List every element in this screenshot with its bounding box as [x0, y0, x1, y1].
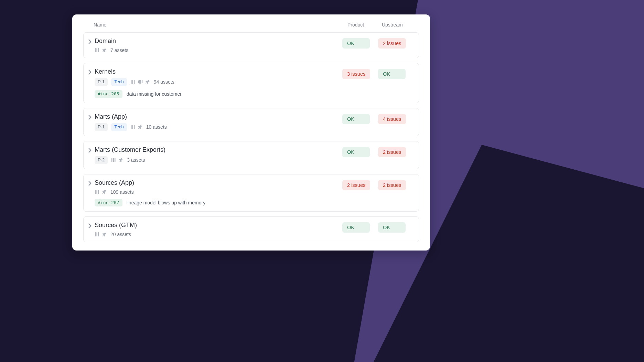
svg-rect-1 — [97, 48, 98, 52]
upstream-status-badge: 4 issues — [378, 114, 406, 124]
table-row[interactable]: Sources (App)109 assets#inc-207lineage m… — [83, 174, 419, 212]
table-row[interactable]: Marts (Customer Exports)P-23 assetsOK2 i… — [83, 141, 419, 169]
incident-line: #inc-205data missing for customer — [95, 90, 342, 98]
incident-description: data missing for customer — [127, 91, 182, 97]
product-status-cell: OK — [342, 113, 377, 124]
push-pin-icon — [102, 232, 107, 237]
svg-rect-5 — [134, 80, 135, 84]
chevron-right-icon[interactable] — [88, 222, 95, 228]
product-status-badge: OK — [342, 114, 370, 124]
columns-icon — [111, 158, 116, 162]
svg-rect-6 — [131, 125, 132, 129]
row-title: Sources (App) — [95, 179, 342, 187]
push-pin-icon — [102, 189, 107, 194]
assets-count: 10 assets — [146, 124, 167, 130]
upstream-status-badge: 2 issues — [378, 38, 406, 49]
row-title: Marts (App) — [95, 113, 342, 120]
chevron-right-icon[interactable] — [88, 68, 95, 75]
columns-icon — [95, 232, 99, 237]
svg-rect-10 — [113, 158, 114, 162]
thumbs-down-icon — [138, 79, 143, 85]
svg-rect-0 — [95, 48, 96, 52]
table-row[interactable]: Domain7 assetsOK2 issues — [83, 32, 419, 58]
product-status-badge: OK — [342, 38, 370, 49]
table-row[interactable]: KernelsP-1Tech94 assets#inc-205data miss… — [83, 63, 419, 103]
tech-tag: Tech — [111, 78, 127, 86]
meta-icons — [95, 48, 107, 53]
meta-icons — [95, 189, 107, 194]
product-status-cell: 3 issues — [342, 68, 377, 79]
product-status-cell: OK — [342, 222, 377, 233]
row-main: Sources (App)109 assets#inc-207lineage m… — [95, 179, 342, 207]
priority-tag: P-1 — [95, 123, 108, 131]
row-meta: 109 assets — [95, 189, 342, 195]
svg-rect-8 — [134, 125, 135, 129]
row-main: Domain7 assets — [95, 38, 342, 53]
incident-description: lineage model blows up with memory — [127, 200, 206, 205]
row-main: KernelsP-1Tech94 assets#inc-205data miss… — [95, 68, 342, 98]
chevron-right-icon[interactable] — [88, 113, 95, 120]
incident-line: #inc-207lineage model blows up with memo… — [95, 199, 342, 207]
meta-icons — [130, 125, 143, 130]
upstream-status-badge: 2 issues — [378, 147, 406, 157]
product-status-badge: 2 issues — [342, 180, 370, 190]
rows-container: Domain7 assetsOK2 issuesKernelsP-1Tech94… — [83, 32, 419, 242]
table-row[interactable]: Marts (App)P-1Tech10 assetsOK4 issues — [83, 108, 419, 136]
svg-rect-17 — [98, 232, 99, 236]
product-status-cell: OK — [342, 146, 377, 157]
upstream-status-cell: 2 issues — [378, 146, 412, 157]
assets-count: 109 assets — [110, 189, 134, 195]
columns-icon — [95, 190, 99, 194]
row-main: Marts (App)P-1Tech10 assets — [95, 113, 342, 131]
svg-rect-16 — [97, 232, 98, 236]
columns-icon — [130, 125, 135, 129]
row-meta: P-23 assets — [95, 156, 342, 164]
product-status-badge: 3 issues — [342, 69, 370, 79]
incident-tag[interactable]: #inc-207 — [95, 199, 122, 207]
row-meta: 20 assets — [95, 232, 342, 237]
product-status-badge: OK — [342, 147, 370, 157]
priority-tag: P-2 — [95, 156, 108, 164]
svg-rect-15 — [95, 232, 96, 236]
row-meta: P-1Tech10 assets — [95, 123, 342, 131]
meta-icons — [130, 79, 150, 85]
chevron-right-icon[interactable] — [88, 146, 95, 153]
push-pin-icon — [138, 125, 143, 130]
push-pin-icon — [145, 79, 150, 85]
svg-rect-7 — [132, 125, 133, 129]
tech-tag: Tech — [111, 123, 127, 131]
table-row[interactable]: Sources (GTM)20 assetsOKOK — [83, 216, 419, 242]
meta-icons — [95, 232, 107, 237]
upstream-status-cell: OK — [378, 222, 412, 233]
product-status-cell: 2 issues — [342, 179, 377, 190]
push-pin-icon — [102, 48, 107, 53]
priority-tag: P-1 — [95, 78, 108, 86]
chevron-right-icon[interactable] — [88, 179, 95, 186]
product-status-badge: OK — [342, 222, 370, 233]
assets-count: 94 assets — [154, 79, 174, 85]
meta-icons — [111, 158, 124, 163]
upstream-status-cell: 4 issues — [378, 113, 412, 124]
incident-tag[interactable]: #inc-205 — [95, 90, 122, 98]
column-header-product: Product — [347, 22, 382, 28]
chevron-right-icon[interactable] — [88, 38, 95, 44]
row-title: Marts (Customer Exports) — [95, 146, 342, 153]
upstream-status-cell: OK — [378, 68, 412, 79]
assets-count: 20 assets — [110, 232, 131, 237]
svg-rect-14 — [98, 190, 99, 194]
column-header-upstream: Upstream — [382, 22, 416, 28]
product-status-cell: OK — [342, 38, 377, 49]
row-title: Kernels — [95, 68, 342, 75]
svg-rect-12 — [95, 190, 96, 194]
assets-count: 7 assets — [110, 47, 128, 53]
upstream-status-cell: 2 issues — [378, 179, 412, 190]
row-title: Domain — [95, 38, 342, 45]
svg-rect-11 — [115, 158, 116, 162]
svg-rect-9 — [111, 158, 112, 162]
upstream-status-badge: OK — [378, 69, 406, 79]
row-meta: 7 assets — [95, 47, 342, 53]
assets-count: 3 assets — [127, 157, 145, 163]
upstream-status-cell: 2 issues — [378, 38, 412, 49]
svg-rect-2 — [98, 48, 99, 52]
row-title: Sources (GTM) — [95, 222, 342, 229]
